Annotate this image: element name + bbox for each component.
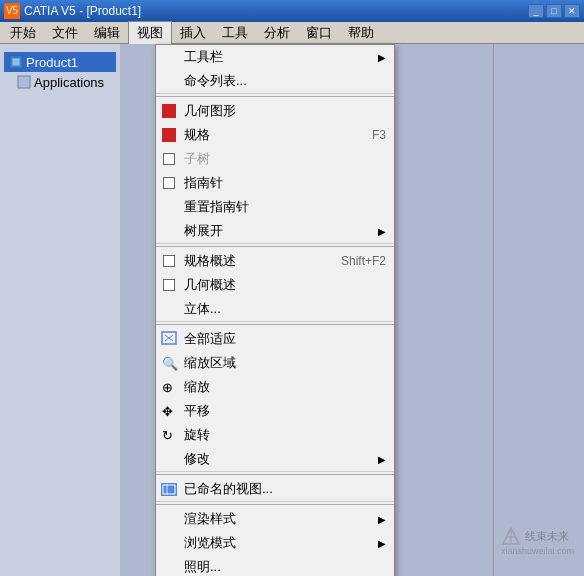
reset-compass-label: 重置指南针	[184, 198, 249, 216]
product1-label: Product1	[26, 55, 78, 70]
menu-item-stereo[interactable]: 立体...	[156, 297, 394, 321]
geo-overview-check	[163, 279, 175, 291]
svg-rect-2	[18, 76, 30, 88]
menu-analyze[interactable]: 分析	[256, 22, 298, 44]
menu-item-zoom-area[interactable]: 🔍 缩放区域	[156, 351, 394, 375]
spec-label: 规格	[184, 126, 210, 144]
menu-section-3: 规格概述 Shift+F2 几何概述 立体...	[156, 249, 394, 322]
title-bar-text: CATIA V5 - [Product1]	[24, 4, 528, 18]
svg-rect-1	[12, 58, 20, 66]
browse-mode-arrow: ▶	[378, 538, 386, 549]
watermark-subtext: xianshuweilai.com	[501, 546, 574, 556]
title-bar: V5 CATIA V5 - [Product1] _ □ ✕	[0, 0, 584, 22]
title-bar-buttons: _ □ ✕	[528, 4, 580, 18]
menu-item-named-views[interactable]: 已命名的视图...	[156, 477, 394, 501]
rotate-icon: ↻	[162, 428, 173, 443]
menu-window[interactable]: 窗口	[298, 22, 340, 44]
spec-overview-label: 规格概述	[184, 252, 236, 270]
menu-edit[interactable]: 编辑	[86, 22, 128, 44]
toolbar-arrow: ▶	[378, 52, 386, 63]
menu-insert[interactable]: 插入	[172, 22, 214, 44]
tree-expand-label: 树展开	[184, 222, 223, 240]
minimize-button[interactable]: _	[528, 4, 544, 18]
menu-start[interactable]: 开始	[2, 22, 44, 44]
menu-item-zoom[interactable]: ⊕ 缩放	[156, 375, 394, 399]
watermark-logo	[501, 526, 521, 546]
separator-4	[156, 474, 394, 475]
render-style-label: 渲染样式	[184, 510, 236, 528]
pan-icon: ✥	[162, 404, 173, 419]
menu-file[interactable]: 文件	[44, 22, 86, 44]
menu-item-reset-compass[interactable]: 重置指南针	[156, 195, 394, 219]
named-views-label: 已命名的视图...	[184, 480, 273, 498]
menu-item-geo-overview[interactable]: 几何概述	[156, 273, 394, 297]
stereo-label: 立体...	[184, 300, 221, 318]
menu-item-geometry[interactable]: 几何图形	[156, 99, 394, 123]
subtree-check-icon	[163, 153, 175, 165]
geometry-label: 几何图形	[184, 102, 236, 120]
menu-item-spec[interactable]: 规格 F3	[156, 123, 394, 147]
subtree-label: 子树	[184, 150, 210, 168]
separator-5	[156, 504, 394, 505]
menu-item-lighting[interactable]: 照明...	[156, 555, 394, 576]
separator-1	[156, 96, 394, 97]
zoom-icon: ⊕	[162, 380, 173, 395]
svg-rect-6	[162, 484, 176, 495]
menu-section-6: 渲染样式 ▶ 浏览模式 ▶ 照明... 深度效果... 地线 放大镜... 隐藏…	[156, 507, 394, 576]
applications-icon	[16, 74, 32, 90]
tree-item-product1[interactable]: Product1	[4, 52, 116, 72]
spec-shortcut: F3	[372, 128, 386, 142]
menu-section-2: 几何图形 规格 F3 子树 指南针 重置指南针 树展开 ▶	[156, 99, 394, 244]
close-button[interactable]: ✕	[564, 4, 580, 18]
separator-2	[156, 246, 394, 247]
menu-view[interactable]: 视图	[128, 21, 172, 44]
menu-item-render-style[interactable]: 渲染样式 ▶	[156, 507, 394, 531]
applications-label: Applications	[34, 75, 104, 90]
product-icon	[8, 54, 24, 70]
pan-label: 平移	[184, 402, 210, 420]
menu-item-browse-mode[interactable]: 浏览模式 ▶	[156, 531, 394, 555]
spec-check-icon	[162, 128, 176, 142]
menu-item-compass[interactable]: 指南针	[156, 171, 394, 195]
main-area: Product1 Applications 工具栏 ▶ 命令列表...	[0, 44, 584, 576]
menu-tools[interactable]: 工具	[214, 22, 256, 44]
watermark: 线束未来 xianshuweilai.com	[501, 526, 574, 556]
lighting-label: 照明...	[184, 558, 221, 576]
tree-item-applications[interactable]: Applications	[4, 72, 116, 92]
geometry-check-icon	[162, 104, 176, 118]
named-views-icon	[161, 483, 177, 496]
menu-item-modify[interactable]: 修改 ▶	[156, 447, 394, 471]
dropdown-menu: 工具栏 ▶ 命令列表... 几何图形 规格 F3 子树	[155, 44, 395, 576]
zoom-label: 缩放	[184, 378, 210, 396]
app-icon: V5	[4, 3, 20, 19]
modify-label: 修改	[184, 450, 210, 468]
compass-check-icon	[163, 177, 175, 189]
menu-item-spec-overview[interactable]: 规格概述 Shift+F2	[156, 249, 394, 273]
menu-section-5: 已命名的视图...	[156, 477, 394, 502]
fit-all-icon	[161, 331, 177, 348]
toolbar-label: 工具栏	[184, 48, 223, 66]
menu-item-rotate[interactable]: ↻ 旋转	[156, 423, 394, 447]
fit-all-label: 全部适应	[184, 330, 236, 348]
zoom-area-icon: 🔍	[162, 356, 178, 371]
zoom-area-label: 缩放区域	[184, 354, 236, 372]
sidebar: Product1 Applications	[0, 44, 120, 576]
menu-item-pan[interactable]: ✥ 平移	[156, 399, 394, 423]
menu-item-tree-expand[interactable]: 树展开 ▶	[156, 219, 394, 243]
maximize-button[interactable]: □	[546, 4, 562, 18]
menu-section-4: 全部适应 🔍 缩放区域 ⊕ 缩放 ✥ 平移 ↻ 旋转 修改 ▶	[156, 327, 394, 472]
menu-section-1: 工具栏 ▶ 命令列表...	[156, 45, 394, 94]
rotate-label: 旋转	[184, 426, 210, 444]
menu-item-toolbar[interactable]: 工具栏 ▶	[156, 45, 394, 69]
right-border	[493, 44, 494, 576]
menu-help[interactable]: 帮助	[340, 22, 382, 44]
menu-item-commands[interactable]: 命令列表...	[156, 69, 394, 93]
commands-label: 命令列表...	[184, 72, 247, 90]
compass-label: 指南针	[184, 174, 223, 192]
menu-item-subtree: 子树	[156, 147, 394, 171]
watermark-text: 线束未来	[525, 529, 569, 544]
menu-bar: 开始 文件 编辑 视图 插入 工具 分析 窗口 帮助	[0, 22, 584, 44]
geo-overview-label: 几何概述	[184, 276, 236, 294]
separator-3	[156, 324, 394, 325]
menu-item-fit-all[interactable]: 全部适应	[156, 327, 394, 351]
